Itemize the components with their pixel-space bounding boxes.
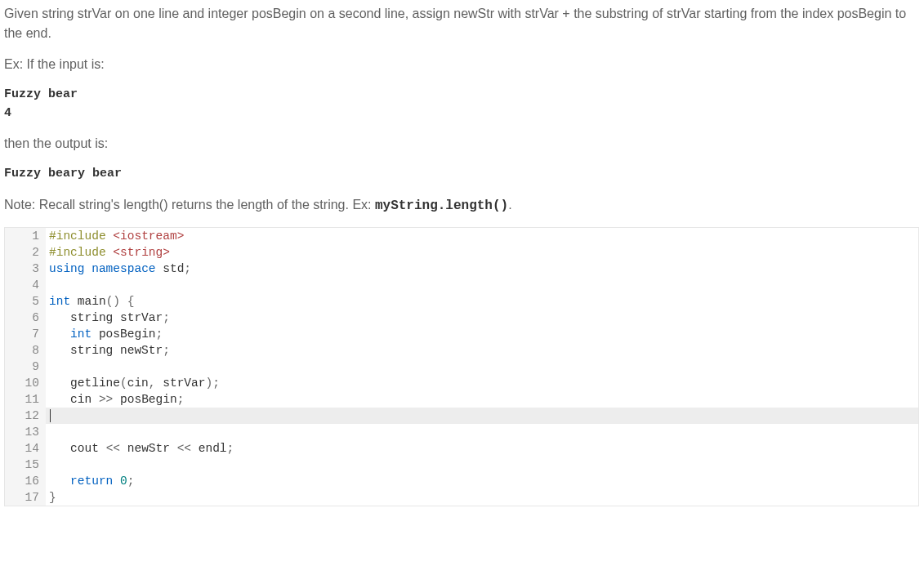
line-content[interactable]: int posBegin; bbox=[46, 326, 918, 342]
problem-container: Given string strVar on one line and inte… bbox=[4, 4, 919, 506]
line-content[interactable]: cout << newStr << endl; bbox=[46, 440, 918, 457]
text-cursor bbox=[50, 409, 51, 422]
line-content[interactable] bbox=[46, 457, 918, 473]
code-line[interactable]: 11 cin >> posBegin; bbox=[5, 391, 918, 408]
code-line[interactable]: 17} bbox=[5, 489, 918, 506]
note-suffix: . bbox=[508, 198, 511, 212]
line-number: 15 bbox=[5, 457, 46, 473]
code-line[interactable]: 14 cout << newStr << endl; bbox=[5, 440, 918, 457]
problem-description: Given string strVar on one line and inte… bbox=[4, 4, 919, 43]
line-content[interactable] bbox=[46, 359, 918, 375]
note-text: Note: Recall string's length() returns t… bbox=[4, 195, 919, 216]
line-content[interactable]: return 0; bbox=[46, 473, 918, 489]
line-number: 1 bbox=[5, 228, 46, 244]
code-line[interactable]: 6 string strVar; bbox=[5, 310, 918, 326]
line-content[interactable]: int main() { bbox=[46, 293, 918, 310]
line-number: 8 bbox=[5, 342, 46, 359]
code-line[interactable]: 3using namespace std; bbox=[5, 261, 918, 277]
example-input-line1: Fuzzy bear bbox=[4, 87, 78, 101]
code-line[interactable]: 8 string newStr; bbox=[5, 342, 918, 359]
line-number: 16 bbox=[5, 473, 46, 489]
line-content[interactable]: using namespace std; bbox=[46, 261, 918, 277]
line-content[interactable] bbox=[46, 424, 918, 440]
note-prefix: Note: Recall string's length() returns t… bbox=[4, 198, 375, 212]
code-line[interactable]: 4 bbox=[5, 277, 918, 293]
example-output-block: Fuzzy beary bear bbox=[4, 165, 919, 184]
code-line[interactable]: 15 bbox=[5, 457, 918, 473]
line-number: 3 bbox=[5, 261, 46, 277]
line-number: 12 bbox=[5, 408, 46, 424]
line-number: 2 bbox=[5, 244, 46, 261]
code-line[interactable]: 1#include <iostream> bbox=[5, 228, 918, 244]
code-line[interactable]: 12 bbox=[5, 408, 918, 424]
code-line[interactable]: 16 return 0; bbox=[5, 473, 918, 489]
note-code: myString.length() bbox=[375, 198, 508, 213]
line-number: 5 bbox=[5, 293, 46, 310]
line-content[interactable]: cin >> posBegin; bbox=[46, 391, 918, 408]
line-number: 10 bbox=[5, 375, 46, 391]
code-line[interactable]: 9 bbox=[5, 359, 918, 375]
code-line[interactable]: 2#include <string> bbox=[5, 244, 918, 261]
line-content[interactable]: } bbox=[46, 489, 918, 506]
line-content[interactable]: getline(cin, strVar); bbox=[46, 375, 918, 391]
line-number: 6 bbox=[5, 310, 46, 326]
line-number: 14 bbox=[5, 440, 46, 457]
code-editor[interactable]: 1#include <iostream>2#include <string>3u… bbox=[4, 227, 919, 506]
line-number: 9 bbox=[5, 359, 46, 375]
line-content[interactable] bbox=[46, 277, 918, 293]
line-content[interactable] bbox=[46, 408, 918, 424]
line-number: 4 bbox=[5, 277, 46, 293]
example-input-block: Fuzzy bear 4 bbox=[4, 86, 919, 123]
line-number: 11 bbox=[5, 391, 46, 408]
line-number: 7 bbox=[5, 326, 46, 342]
line-content[interactable]: string newStr; bbox=[46, 342, 918, 359]
line-content[interactable]: #include <iostream> bbox=[46, 228, 918, 244]
code-line[interactable]: 13 bbox=[5, 424, 918, 440]
example-input-line2: 4 bbox=[4, 106, 11, 120]
example-input-label: Ex: If the input is: bbox=[4, 55, 919, 74]
line-content[interactable]: string strVar; bbox=[46, 310, 918, 326]
code-line[interactable]: 7 int posBegin; bbox=[5, 326, 918, 342]
example-output-line: Fuzzy beary bear bbox=[4, 167, 122, 181]
line-number: 17 bbox=[5, 489, 46, 506]
line-content[interactable]: #include <string> bbox=[46, 244, 918, 261]
line-number: 13 bbox=[5, 424, 46, 440]
code-line[interactable]: 10 getline(cin, strVar); bbox=[5, 375, 918, 391]
code-line[interactable]: 5int main() { bbox=[5, 293, 918, 310]
example-output-label: then the output is: bbox=[4, 134, 919, 154]
